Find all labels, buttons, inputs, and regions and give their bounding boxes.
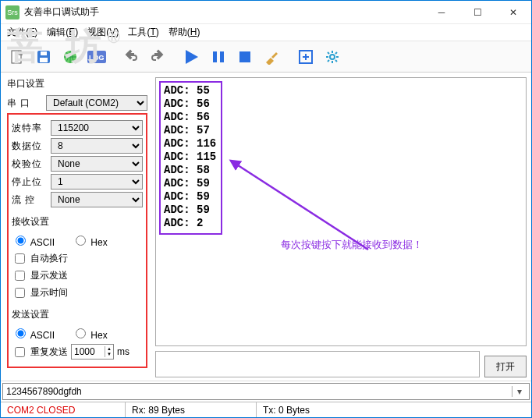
- serial-params-group: 波特率115200 数据位8 校验位None 停止位1 流 控None 接收设置…: [7, 113, 147, 368]
- showtime-check[interactable]: [15, 288, 25, 298]
- svg-rect-7: [213, 51, 217, 62]
- status-rx: Rx: 89 Bytes: [126, 402, 257, 417]
- svg-rect-9: [239, 51, 250, 62]
- status-bar: COM2 CLOSED Rx: 89 Bytes Tx: 0 Bytes: [1, 402, 531, 417]
- menu-view[interactable]: 视图(V): [87, 26, 119, 39]
- chevron-down-icon[interactable]: ▾: [512, 386, 526, 397]
- output-line: ADC: 115: [164, 151, 216, 164]
- output-line: ADC: 59: [164, 204, 216, 217]
- svg-line-12: [236, 164, 368, 250]
- stop-icon[interactable]: [233, 45, 257, 69]
- output-line: ADC: 116: [164, 137, 216, 151]
- output-line: ADC: 55: [164, 84, 216, 97]
- parity-select[interactable]: None: [51, 156, 143, 172]
- send-textarea[interactable]: [155, 351, 480, 377]
- toolbar: LOG: [1, 41, 531, 73]
- serial-section-title: 串口设置: [7, 77, 147, 90]
- send-combo[interactable]: 1234567890dgfdh▾: [2, 383, 530, 400]
- gear-icon[interactable]: [321, 45, 344, 69]
- recv-ascii-radio[interactable]: ASCII: [12, 233, 55, 248]
- pause-icon[interactable]: [207, 45, 230, 69]
- globe-icon[interactable]: [59, 45, 82, 69]
- redo-icon[interactable]: [146, 45, 169, 69]
- interval-spinner[interactable]: ▲▼: [71, 344, 114, 360]
- new-doc-icon[interactable]: [5, 45, 29, 69]
- menu-bar: 文件(F) 编辑(E) 视图(V) 工具(T) 帮助(H): [1, 24, 531, 41]
- port-select[interactable]: Default (COM2): [46, 95, 147, 111]
- menu-tool[interactable]: 工具(T): [128, 26, 158, 39]
- svg-rect-2: [40, 58, 48, 62]
- status-tx: Tx: 0 Bytes: [257, 402, 531, 417]
- svg-rect-8: [220, 51, 224, 62]
- port-label: 串 口: [7, 97, 41, 110]
- stopbits-select[interactable]: 1: [51, 174, 143, 190]
- output-line: ADC: 56: [164, 111, 216, 124]
- output-line: ADC: 2: [164, 217, 216, 230]
- svg-text:LOG: LOG: [89, 54, 105, 62]
- maximize-button[interactable]: ☐: [459, 1, 495, 24]
- send-ascii-radio[interactable]: ASCII: [12, 326, 55, 341]
- svg-rect-0: [12, 51, 21, 63]
- autowrap-check[interactable]: [15, 253, 25, 264]
- send-hex-radio[interactable]: Hex: [72, 326, 108, 341]
- brush-icon[interactable]: [260, 45, 283, 69]
- open-button[interactable]: 打开: [484, 356, 527, 377]
- output-panel[interactable]: ADC: 55ADC: 56ADC: 56ADC: 57ADC: 116ADC:…: [155, 77, 527, 346]
- status-port: COM2 CLOSED: [1, 402, 126, 417]
- output-line: ADC: 57: [164, 124, 216, 137]
- send-section-title: 发送设置: [12, 308, 143, 321]
- menu-help[interactable]: 帮助(H): [168, 26, 200, 39]
- sidebar: 串口设置 串 口 Default (COM2) 波特率115200 数据位8 校…: [1, 73, 152, 381]
- recv-section-title: 接收设置: [12, 215, 143, 228]
- menu-edit[interactable]: 编辑(E): [47, 26, 78, 39]
- output-highlight: ADC: 55ADC: 56ADC: 56ADC: 57ADC: 116ADC:…: [159, 81, 222, 235]
- annotation-text: 每次按键按下就能接收到数据！: [281, 238, 423, 252]
- output-line: ADC: 56: [164, 97, 216, 111]
- menu-file[interactable]: 文件(F): [7, 26, 37, 39]
- svg-point-11: [330, 55, 335, 59]
- baud-select[interactable]: 115200: [51, 120, 143, 136]
- title-bar: Srs 友善串口调试助手 ─ ☐ ✕: [1, 1, 531, 24]
- close-button[interactable]: ✕: [495, 1, 531, 24]
- undo-icon[interactable]: [119, 45, 143, 69]
- output-line: ADC: 59: [164, 190, 216, 204]
- log-icon[interactable]: LOG: [85, 45, 108, 69]
- repeat-check[interactable]: [15, 347, 25, 357]
- output-line: ADC: 58: [164, 164, 216, 177]
- add-box-icon[interactable]: [294, 45, 317, 69]
- app-icon: Srs: [5, 5, 20, 19]
- showsend-check[interactable]: [15, 271, 25, 281]
- flow-select[interactable]: None: [51, 192, 143, 207]
- svg-rect-3: [41, 51, 47, 55]
- window-title: 友善串口调试助手: [24, 5, 99, 19]
- send-input-row: 1234567890dgfdh▾: [1, 381, 531, 402]
- play-icon[interactable]: [180, 45, 204, 69]
- databits-select[interactable]: 8: [51, 138, 143, 154]
- minimize-button[interactable]: ─: [424, 1, 459, 24]
- annotation-arrow-icon: [228, 148, 384, 273]
- recv-hex-radio[interactable]: Hex: [72, 233, 108, 248]
- save-icon[interactable]: [32, 45, 55, 69]
- output-line: ADC: 59: [164, 177, 216, 190]
